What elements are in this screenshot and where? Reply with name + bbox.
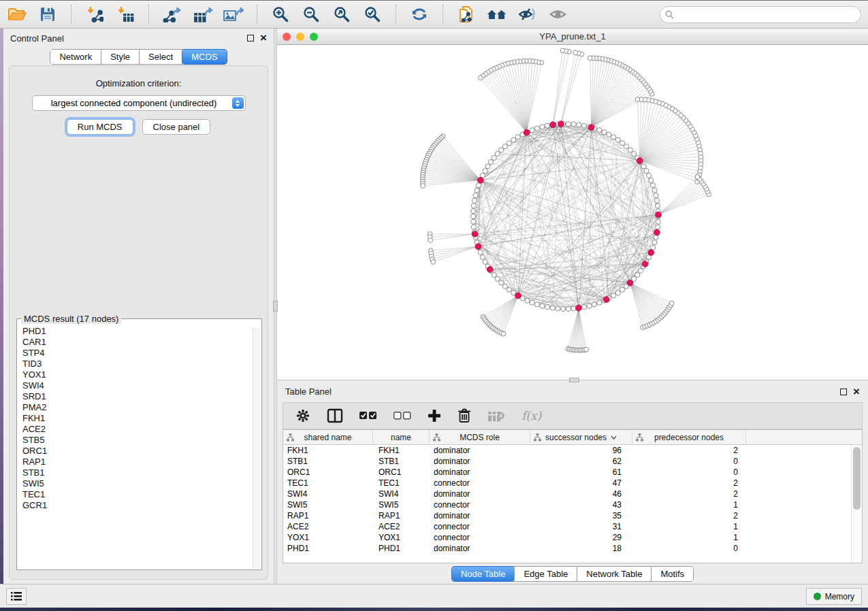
table-cell: 61 (530, 467, 632, 478)
memory-label: Memory (825, 592, 854, 601)
refresh-button[interactable] (409, 4, 430, 24)
table-settings-button[interactable] (295, 408, 310, 423)
run-mcds-button[interactable]: Run MCDS (67, 119, 133, 135)
hide-details-button[interactable] (517, 4, 538, 24)
open-file-button[interactable] (7, 4, 27, 24)
delete-entries-button[interactable] (457, 408, 471, 423)
zoom-fit-button[interactable] (332, 4, 352, 24)
table-scrollbar-thumb[interactable] (853, 447, 861, 510)
table-cell: 46 (530, 489, 632, 499)
mcds-result-item[interactable]: CAR1 (22, 337, 246, 348)
zoom-selected-icon (364, 5, 381, 23)
mcds-result-item[interactable]: ACE2 (22, 424, 246, 435)
control-panel-title: Control Panel (10, 33, 64, 44)
column-header-name[interactable]: name (373, 430, 430, 444)
close-panel-button[interactable]: Close panel (142, 119, 211, 135)
table-cell: 2 (632, 478, 746, 489)
mcds-result-item[interactable]: SRD1 (22, 391, 246, 402)
mcds-result-item[interactable]: STP4 (22, 348, 246, 359)
table-row[interactable]: PHD1PHD1dominator180 (283, 543, 862, 554)
mcds-result-item[interactable]: SWI4 (22, 380, 246, 391)
table-cell: STB1 (283, 456, 373, 467)
table-cell: TEC1 (373, 478, 430, 489)
close-table-panel-icon[interactable]: × (853, 389, 860, 395)
save-session-button[interactable] (37, 4, 58, 24)
mcds-result-item[interactable]: YOX1 (22, 369, 246, 380)
table-cell: ACE2 (373, 521, 430, 532)
zoom-in-button[interactable] (270, 4, 291, 24)
table-row[interactable]: SWI5SWI5connector431 (283, 499, 862, 510)
divider-grab-handle-horizontal[interactable] (569, 378, 579, 382)
table-row[interactable]: STB1STB1dominator620 (283, 456, 862, 467)
export-network-button[interactable] (162, 4, 182, 24)
mcds-result-scrollbar[interactable] (253, 327, 261, 569)
add-entry-button[interactable] (428, 409, 441, 423)
panel-divider-vertical[interactable] (274, 29, 277, 584)
table-row[interactable]: RAP1RAP1dominator352 (283, 510, 862, 521)
select-all-button[interactable] (359, 411, 377, 420)
close-panel-icon[interactable]: × (260, 35, 267, 42)
table-cell (746, 532, 862, 543)
column-header-predecessor-nodes[interactable]: predecessor nodes (632, 430, 746, 444)
divider-grab-handle[interactable] (273, 301, 278, 312)
column-header-filler (746, 430, 862, 444)
mcds-result-item[interactable]: GCR1 (22, 500, 246, 511)
mcds-result-item[interactable]: SWI5 (22, 478, 246, 489)
column-header-shared-name[interactable]: shared name (283, 430, 373, 444)
mcds-result-item[interactable]: FKH1 (22, 413, 246, 424)
import-network-button[interactable] (84, 4, 105, 24)
deselect-all-button[interactable] (393, 411, 411, 420)
mcds-result-title: MCDS result (17 nodes) (21, 314, 121, 324)
search-input[interactable] (660, 6, 861, 23)
mcds-result-item[interactable]: ORC1 (22, 446, 246, 457)
import-table-button[interactable] (115, 4, 135, 24)
tab-network-table[interactable]: Network Table (577, 567, 652, 581)
column-header-MCDS-role[interactable]: MCDS role (430, 430, 530, 444)
show-columns-button[interactable] (327, 408, 343, 423)
criterion-dropdown[interactable]: largest connected component (undirected) (32, 95, 246, 111)
table-row[interactable]: ACE2ACE2connector311 (283, 521, 862, 532)
export-table-button[interactable] (193, 4, 213, 24)
first-neighbors-button[interactable] (487, 4, 507, 24)
show-details-button[interactable] (548, 4, 568, 24)
column-header-successor-nodes[interactable]: successor nodes (530, 430, 632, 444)
tab-style[interactable]: Style (101, 50, 140, 64)
network-canvas[interactable] (277, 45, 868, 380)
tab-node-table[interactable]: Node Table (452, 567, 515, 581)
mcds-result-item[interactable]: PMA2 (22, 402, 246, 413)
tab-mcds[interactable]: MCDS (182, 50, 226, 64)
table-cell: ORC1 (283, 467, 373, 478)
task-history-button[interactable] (6, 588, 27, 605)
table-row[interactable]: TEC1TEC1connector472 (283, 478, 862, 489)
table-cell: 35 (530, 510, 632, 521)
table-row[interactable]: ORC1ORC1dominator610 (283, 467, 862, 478)
memory-button[interactable]: Memory (806, 588, 862, 605)
node-table-body: FKH1FKH1dominator962STB1STB1dominator620… (283, 445, 862, 554)
dropdown-stepper-icon (232, 97, 244, 109)
mcds-result-item[interactable]: TID3 (22, 359, 246, 369)
tab-motifs[interactable]: Motifs (652, 567, 693, 581)
zoom-out-button[interactable] (301, 4, 321, 24)
search-box (660, 6, 861, 23)
mcds-result-item[interactable]: RAP1 (22, 457, 246, 467)
mcds-result-item[interactable]: STB1 (22, 467, 246, 478)
export-image-button[interactable] (223, 4, 244, 24)
mcds-result-item[interactable]: TEC1 (22, 489, 246, 500)
mcds-tab-content: Optimization criterion: largest connecte… (9, 65, 268, 580)
mcds-result-item[interactable]: STB5 (22, 435, 246, 446)
refresh-icon (411, 6, 428, 22)
table-scrollbar[interactable] (851, 445, 862, 563)
tab-edge-table[interactable]: Edge Table (515, 567, 577, 581)
clone-network-button[interactable] (456, 4, 477, 24)
tab-select[interactable]: Select (140, 50, 182, 64)
tab-network[interactable]: Network (50, 50, 101, 64)
mcds-result-item[interactable]: PHD1 (22, 326, 246, 337)
table-row[interactable]: FKH1FKH1dominator962 (283, 445, 862, 456)
show-details-icon (549, 6, 568, 22)
zoom-selected-button[interactable] (362, 4, 383, 24)
network-graph (277, 45, 868, 380)
float-table-panel-icon[interactable] (840, 389, 847, 395)
float-panel-icon[interactable] (247, 35, 254, 42)
table-row[interactable]: SWI4SWI4dominator462 (283, 489, 862, 499)
table-row[interactable]: YOX1YOX1connector291 (283, 532, 862, 543)
